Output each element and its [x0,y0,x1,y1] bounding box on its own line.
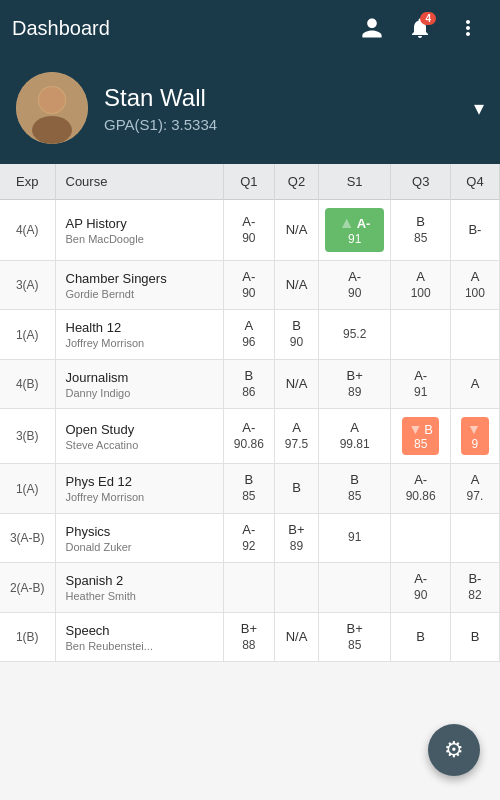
cell-exp: 3(A-B) [0,513,55,562]
col-q1: Q1 [223,164,275,200]
cell-q4: B- 82 [450,563,499,612]
cell-s1 [318,563,391,612]
profile-section: Stan Wall GPA(S1): 3.5334 ▾ [0,56,500,164]
cell-q1: B 85 [223,464,275,513]
cell-course: Chamber Singers Gordie Berndt [55,261,223,310]
cell-q4: B- [450,200,499,261]
cell-q1: A- 92 [223,513,275,562]
top-bar-icons: 4 [352,8,488,48]
cell-exp: 1(A) [0,464,55,513]
fab-button[interactable]: ⚙ [428,724,480,776]
cell-q1: A- 90 [223,200,275,261]
chevron-down-icon[interactable]: ▾ [474,96,484,120]
col-s1: S1 [318,164,391,200]
cell-q1 [223,563,275,612]
table-row[interactable]: 4(A) AP History Ben MacDoogle A- 90 N/A … [0,200,500,261]
top-bar: Dashboard 4 [0,0,500,56]
cell-q1: A- 90.86 [223,409,275,464]
svg-point-3 [39,87,65,113]
cell-s1: B+ 85 [318,612,391,661]
cell-exp: 3(A) [0,261,55,310]
cell-exp: 4(B) [0,359,55,408]
cell-s1: 91 [318,513,391,562]
cell-q4: ▼ 9 [450,409,499,464]
grades-table: Exp Course Q1 Q2 S1 Q3 Q4 4(A) AP Histor… [0,164,500,662]
table-row[interactable]: 2(A-B) Spanish 2 Heather Smith A- 90 B- … [0,563,500,612]
grades-table-wrapper: Exp Course Q1 Q2 S1 Q3 Q4 4(A) AP Histor… [0,164,500,662]
cell-q3 [391,310,450,359]
cell-q3: A- 91 [391,359,450,408]
cell-course: AP History Ben MacDoogle [55,200,223,261]
cell-q1: A- 90 [223,261,275,310]
cell-q2: N/A [275,261,319,310]
cell-s1: B+ 89 [318,359,391,408]
profile-info: Stan Wall GPA(S1): 3.5334 [104,84,458,133]
cell-q2: N/A [275,200,319,261]
cell-course: Phys Ed 12 Joffrey Morrison [55,464,223,513]
cell-exp: 3(B) [0,409,55,464]
col-course: Course [55,164,223,200]
cell-q1: A 96 [223,310,275,359]
cell-s1: B 85 [318,464,391,513]
cell-q4: A 97. [450,464,499,513]
more-options-icon-btn[interactable] [448,8,488,48]
cell-course: Open Study Steve Accatino [55,409,223,464]
cell-course: Journalism Danny Indigo [55,359,223,408]
cell-q2: B 90 [275,310,319,359]
cell-q4: A 100 [450,261,499,310]
cell-q2: A 97.5 [275,409,319,464]
cell-q3: A- 90.86 [391,464,450,513]
cell-s1: 95.2 [318,310,391,359]
cell-s1: A- 90 [318,261,391,310]
cell-exp: 2(A-B) [0,563,55,612]
cell-q3: A- 90 [391,563,450,612]
cell-course: Speech Ben Reubenstei... [55,612,223,661]
notification-badge: 4 [420,12,436,25]
table-header-row: Exp Course Q1 Q2 S1 Q3 Q4 [0,164,500,200]
cell-course: Spanish 2 Heather Smith [55,563,223,612]
cell-q3: ▼ B 85 [391,409,450,464]
page-title: Dashboard [12,17,352,40]
cell-q1: B 86 [223,359,275,408]
cell-q3: A 100 [391,261,450,310]
avatar [16,72,88,144]
table-row[interactable]: 3(A) Chamber Singers Gordie Berndt A- 90… [0,261,500,310]
cell-q2 [275,563,319,612]
cell-exp: 1(B) [0,612,55,661]
table-row[interactable]: 1(B) Speech Ben Reubenstei... B+ 88 N/A … [0,612,500,661]
table-row[interactable]: 1(A) Health 12 Joffrey Morrison A 96 B 9… [0,310,500,359]
col-q4: Q4 [450,164,499,200]
cell-q2: N/A [275,612,319,661]
col-q2: Q2 [275,164,319,200]
cell-s1: ▲ A- 91 [318,200,391,261]
cell-q3: B [391,612,450,661]
cell-s1: A 99.81 [318,409,391,464]
table-row[interactable]: 3(B) Open Study Steve Accatino A- 90.86 … [0,409,500,464]
table-row[interactable]: 1(A) Phys Ed 12 Joffrey Morrison B 85 B … [0,464,500,513]
cell-q1: B+ 88 [223,612,275,661]
cell-exp: 4(A) [0,200,55,261]
col-exp: Exp [0,164,55,200]
avatar-icon-btn[interactable] [352,8,392,48]
cell-q2: B [275,464,319,513]
cell-q2: B+ 89 [275,513,319,562]
cell-q3 [391,513,450,562]
cell-q4 [450,310,499,359]
cell-course: Physics Donald Zuker [55,513,223,562]
col-q3: Q3 [391,164,450,200]
table-row[interactable]: 4(B) Journalism Danny Indigo B 86 N/A B+… [0,359,500,408]
cell-q3: B 85 [391,200,450,261]
notification-icon-btn[interactable]: 4 [400,8,440,48]
cell-q4 [450,513,499,562]
cell-q4: A [450,359,499,408]
cell-q2: N/A [275,359,319,408]
profile-gpa: GPA(S1): 3.5334 [104,116,458,133]
cell-q4: B [450,612,499,661]
svg-point-2 [32,116,72,144]
profile-name: Stan Wall [104,84,458,112]
table-row[interactable]: 3(A-B) Physics Donald Zuker A- 92 B+ 89 … [0,513,500,562]
cell-exp: 1(A) [0,310,55,359]
cell-course: Health 12 Joffrey Morrison [55,310,223,359]
